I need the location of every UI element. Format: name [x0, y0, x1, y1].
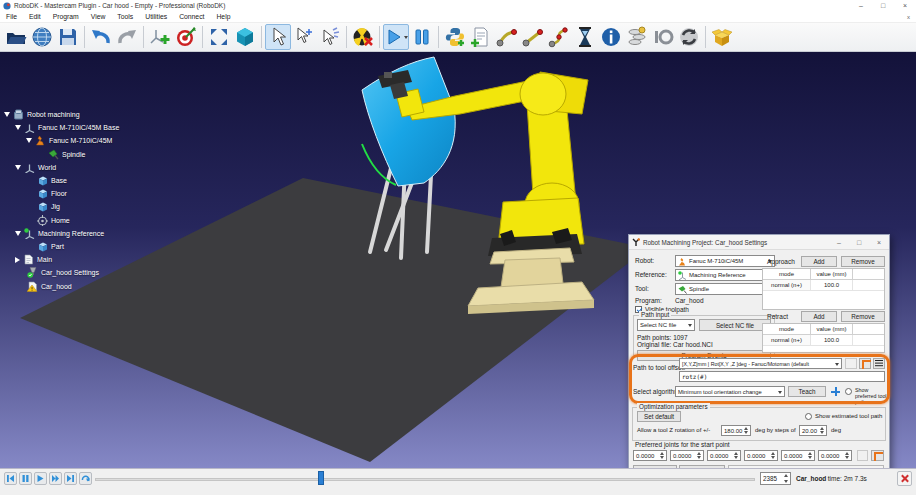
menu-connect[interactable]: Connect	[173, 11, 210, 23]
menu-file[interactable]: File	[0, 11, 23, 23]
menu-view[interactable]: View	[85, 11, 112, 23]
go-end-icon[interactable]	[64, 472, 77, 485]
viewport-3d[interactable]: Robot machining Fanuc M-710iC/45M Base F…	[0, 52, 916, 468]
expander-icon[interactable]	[15, 125, 21, 130]
select-icon[interactable]	[265, 24, 291, 50]
io-instruction-icon[interactable]	[650, 24, 676, 50]
expander-icon[interactable]	[15, 165, 21, 170]
expander-icon[interactable]	[15, 231, 21, 236]
tree-item-robot-machining[interactable]: Robot machining	[2, 108, 222, 121]
open-icon[interactable]	[3, 24, 29, 50]
maximize-button[interactable]: □	[872, 0, 894, 11]
step-spinbox[interactable]: 20.00	[799, 425, 827, 436]
move-circular-instruction-icon[interactable]	[546, 24, 572, 50]
retract-mode-cell[interactable]: normal (n+)	[763, 335, 811, 345]
menu-edit[interactable]: Edit	[23, 11, 47, 23]
select-move-icon[interactable]	[317, 24, 343, 50]
menu-utilities[interactable]: Utilities	[139, 11, 173, 23]
tree-item-spindle[interactable]: Spindle	[2, 148, 222, 161]
redo-icon[interactable]	[114, 24, 140, 50]
tree-item-base[interactable]: Base	[2, 174, 222, 187]
teach-button[interactable]: Teach	[788, 386, 826, 397]
show-preferred-radio[interactable]	[845, 388, 852, 395]
stepper-icon[interactable]	[819, 427, 825, 434]
tree-item-floor[interactable]: Floor	[2, 187, 222, 200]
offset-menu-button[interactable]	[873, 358, 885, 369]
joint-4-spinbox[interactable]: 0.0000	[744, 450, 778, 461]
joints-reset-button[interactable]	[871, 450, 884, 461]
offset-reset-button[interactable]	[859, 358, 871, 369]
toolbar-close-icon[interactable]: x	[907, 14, 910, 20]
isometric-view-icon[interactable]	[232, 24, 258, 50]
pause-simulation-icon[interactable]	[409, 24, 435, 50]
close-simulation-bar-button[interactable]	[897, 471, 912, 486]
tree-item-main[interactable]: Main	[2, 253, 222, 266]
approach-mode-cell[interactable]: normal (n+)	[763, 280, 811, 290]
stepper-icon[interactable]	[770, 452, 776, 459]
approach-value-cell[interactable]: 100.0	[811, 280, 853, 290]
stepper-icon[interactable]	[844, 452, 850, 459]
add-program-icon[interactable]	[468, 24, 494, 50]
tree-item-part[interactable]: Part	[2, 240, 222, 253]
nc-file-dropdown[interactable]: Select NC file	[637, 319, 695, 331]
joint-1-spinbox[interactable]: 0.0000	[633, 450, 667, 461]
fast-forward-icon[interactable]	[49, 472, 62, 485]
wait-instruction-icon[interactable]	[572, 24, 598, 50]
menu-program[interactable]: Program	[47, 11, 85, 23]
play-simulation-icon[interactable]	[383, 24, 409, 50]
menu-tools[interactable]: Tools	[111, 11, 139, 23]
go-start-icon[interactable]	[4, 472, 17, 485]
stepper-icon[interactable]	[659, 452, 665, 459]
dialog-minimize-button[interactable]: –	[829, 235, 849, 250]
website-icon[interactable]	[29, 24, 55, 50]
program-call-instruction-icon[interactable]	[624, 24, 650, 50]
play-options-caret-icon[interactable]	[404, 36, 408, 39]
joint-5-spinbox[interactable]: 0.0000	[781, 450, 815, 461]
rotation-spinbox[interactable]: 180.00	[721, 425, 751, 436]
menu-help[interactable]: Help	[210, 11, 236, 23]
stepper-icon[interactable]	[696, 452, 702, 459]
retract-remove-button[interactable]: Remove	[841, 311, 885, 322]
tree-item-world[interactable]: World	[2, 161, 222, 174]
expander-icon[interactable]	[26, 138, 32, 143]
fit-view-icon[interactable]	[206, 24, 232, 50]
retract-value-cell[interactable]: 100.0	[811, 335, 853, 345]
retract-add-button[interactable]: Add	[801, 311, 837, 322]
expander-icon[interactable]	[4, 112, 10, 117]
show-estimated-radio[interactable]	[805, 413, 812, 420]
stepper-icon[interactable]	[743, 427, 749, 434]
tree-item-home[interactable]: Home	[2, 214, 222, 227]
add-target-icon[interactable]	[173, 24, 199, 50]
select-rectangle-icon[interactable]	[291, 24, 317, 50]
simulation-slider-handle[interactable]	[318, 471, 324, 485]
save-icon[interactable]	[55, 24, 81, 50]
stepper-icon[interactable]	[733, 452, 739, 459]
add-preferred-path-button[interactable]	[829, 386, 842, 397]
offset-format-dropdown[interactable]: [X,Y,Z]mm | Rot[X,Y ,Z ]deg - Fanuc/Moto…	[679, 358, 842, 369]
collision-check-icon[interactable]	[350, 24, 376, 50]
play-icon[interactable]	[34, 472, 47, 485]
expander-icon[interactable]	[15, 257, 20, 263]
tree-item-machining-reference[interactable]: Machining Reference	[2, 227, 222, 240]
algorithm-dropdown[interactable]: Minimum tool orientation change	[675, 386, 785, 397]
tree-item-car-hood-settings[interactable]: Car_hood Settings	[2, 266, 222, 279]
add-python-script-icon[interactable]	[442, 24, 468, 50]
move-joint-instruction-icon[interactable]	[494, 24, 520, 50]
tree-item-robot[interactable]: Fanuc M-710iC/45M	[2, 134, 222, 147]
run-on-robot-icon[interactable]	[676, 24, 702, 50]
joint-3-spinbox[interactable]: 0.0000	[707, 450, 741, 461]
stepper-icon[interactable]	[807, 452, 813, 459]
dialog-maximize-button[interactable]: □	[849, 235, 869, 250]
approach-add-button[interactable]: Add	[801, 256, 837, 267]
tree-item-jig[interactable]: Jig	[2, 200, 222, 213]
dialog-close-button[interactable]: ×	[869, 235, 889, 250]
frame-spinbox[interactable]: 2385	[760, 472, 791, 485]
add-reference-frame-icon[interactable]	[147, 24, 173, 50]
show-message-instruction-icon[interactable]	[598, 24, 624, 50]
tree-item-robot-base-frame[interactable]: Fanuc M-710iC/45M Base	[2, 121, 222, 134]
tool-dropdown[interactable]: Spindle	[675, 283, 775, 295]
select-nc-file-button[interactable]: Select NC file	[699, 319, 771, 331]
close-button[interactable]: ×	[894, 0, 916, 11]
joint-6-spinbox[interactable]: 0.0000	[818, 450, 852, 461]
simulation-slider-track[interactable]	[95, 478, 755, 481]
